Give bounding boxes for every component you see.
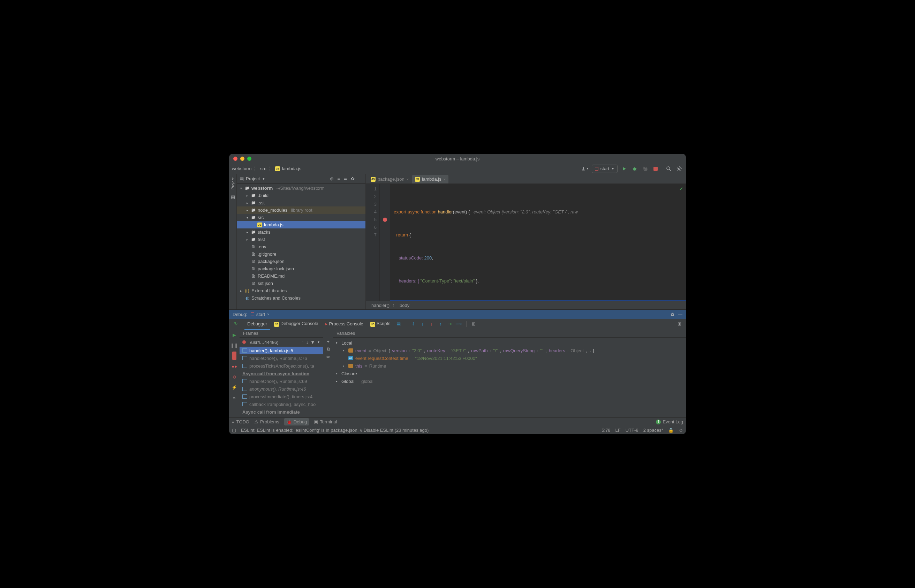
step-out-icon[interactable]: ↑ (437, 320, 445, 328)
frame-row[interactable]: processTicksAndRejections(), ta (240, 362, 323, 370)
indent-setting[interactable]: 2 spaces* (643, 428, 663, 433)
close-icon[interactable] (233, 157, 237, 161)
terminal-tool-button[interactable]: ▣Terminal (314, 419, 337, 425)
debugger-console-tab[interactable]: JSDebugger Console (271, 320, 321, 328)
evaluate-icon[interactable]: ⟿ (455, 320, 463, 328)
chevron-right-icon[interactable]: ▸ (343, 349, 346, 352)
editor-tab[interactable]: JSpackage.json× (368, 175, 412, 183)
chevron-down-icon[interactable]: ▾ (239, 187, 243, 190)
filter-icon[interactable]: ▼ (310, 340, 315, 345)
chevron-right-icon[interactable]: ▸ (336, 380, 339, 383)
run-config-selector[interactable]: start ▼ (592, 165, 618, 173)
process-console-tab[interactable]: ▸Process Console (323, 320, 366, 328)
mute-breakpoints-icon[interactable]: ⊘ (232, 373, 236, 381)
search-icon[interactable] (665, 165, 673, 173)
project-panel-title[interactable]: Project (246, 176, 260, 181)
next-frame-icon[interactable]: ↓ (306, 340, 308, 345)
tree-item[interactable]: 🗎README.md (237, 272, 365, 280)
tree-external-libs[interactable]: ▸ ⫿⫿ External Libraries (237, 287, 365, 294)
tree-root[interactable]: ▾ webstorm ~/Sites/fwang/webstorm (237, 184, 365, 192)
chevron-icon[interactable]: ▸ (245, 201, 249, 205)
add-watch-icon[interactable]: + (327, 339, 329, 344)
locate-icon[interactable]: ⊕ (330, 176, 334, 181)
user-dropdown-icon[interactable]: ▼ (581, 165, 589, 173)
view-breakpoints-icon[interactable]: ●● (232, 362, 237, 370)
frame-row[interactable]: Async call from async function (240, 370, 323, 377)
line-separator[interactable]: LF (615, 428, 621, 433)
resume-icon[interactable]: ▶ (232, 331, 236, 339)
minimize-icon[interactable] (240, 157, 244, 161)
run-button[interactable] (620, 165, 628, 173)
thread-name[interactable]: /usr/l…44486) (250, 340, 300, 345)
event-log-button[interactable]: 1Event Log (656, 419, 683, 425)
layout-icon[interactable]: ▤ (395, 320, 402, 328)
project-tool-button[interactable]: Project (231, 176, 235, 191)
status-icon[interactable]: ▢ (232, 428, 236, 433)
tree-item[interactable]: 🗎package-lock.json (237, 265, 365, 272)
frame-row[interactable]: processImmediate(), timers.js:4 (240, 393, 323, 401)
project-tool-icon[interactable]: ▤ (231, 194, 235, 199)
chevron-icon[interactable]: ▸ (245, 231, 249, 234)
chevron-right-icon[interactable]: ▸ (239, 289, 243, 292)
breakpoint-gutter[interactable] (380, 184, 390, 301)
frame-row[interactable]: handleOnce(), Runtime.js:69 (240, 377, 323, 385)
tree-item[interactable]: 🗎package.json (237, 258, 365, 265)
maximize-icon[interactable] (247, 157, 252, 161)
tree-item[interactable]: ▸stacks (237, 228, 365, 236)
tree-item[interactable]: 🗎.env (237, 243, 365, 250)
tree-item[interactable]: ▸node_moduleslibrary root (237, 207, 365, 214)
debug-config[interactable]: start × (251, 312, 269, 317)
scripts-tab[interactable]: JSScripts (368, 320, 393, 328)
breadcrumb-item[interactable]: src (260, 166, 266, 171)
frame-row[interactable]: handler(), lambda.js:5 (240, 347, 323, 354)
run-to-cursor-icon[interactable]: ⇥ (446, 320, 453, 328)
code-content[interactable]: ✔ export async function handler(event) {… (390, 184, 686, 301)
chevron-icon[interactable]: ▸ (245, 208, 249, 212)
crumb-item[interactable]: handler() (371, 303, 389, 308)
stop-icon[interactable] (232, 352, 236, 360)
tree-item[interactable]: 🗎.gitignore (237, 250, 365, 258)
expand-all-icon[interactable]: ≡ (337, 176, 340, 181)
hide-icon[interactable]: — (358, 176, 363, 181)
frame-row[interactable]: handleOnce(), Runtime.js:76 (240, 354, 323, 362)
tree-item[interactable]: ▾src (237, 214, 365, 221)
hide-icon[interactable]: — (678, 312, 683, 317)
calculator-icon[interactable]: ⊞ (470, 320, 478, 328)
chevron-down-icon[interactable]: ▾ (336, 341, 339, 344)
caret-position[interactable]: 5:78 (602, 428, 610, 433)
chevron-icon[interactable]: ▸ (245, 194, 249, 197)
file-encoding[interactable]: UTF-8 (626, 428, 639, 433)
inspection-ok-icon[interactable]: ✔ (679, 185, 683, 193)
tree-scratches[interactable]: ◐ Scratches and Consoles (237, 294, 365, 302)
debugger-tab[interactable]: Debugger (244, 320, 270, 328)
pause-icon[interactable]: ❚❚ (231, 341, 238, 349)
tree-item[interactable]: JSlambda.js (237, 221, 365, 228)
variables-body[interactable]: ▾ Local ▸ event = Object {version: "2.0"… (333, 338, 686, 417)
copy-icon[interactable]: ⧉ (327, 346, 330, 352)
breadcrumb-item[interactable]: lambda.js (282, 166, 302, 171)
more-icon[interactable]: » (233, 393, 236, 402)
settings-icon[interactable]: ✿ (351, 176, 355, 181)
project-tree[interactable]: ▾ webstorm ~/Sites/fwang/webstorm ▸.buil… (237, 184, 365, 309)
chevron-icon[interactable]: ▾ (245, 216, 249, 220)
tree-item[interactable]: ▸.sst (237, 199, 365, 207)
breakpoint-icon[interactable] (383, 218, 387, 222)
frame-row[interactable]: anonymous(), Runtime.js:46 (240, 385, 323, 393)
tree-item[interactable]: ▸.build (237, 192, 365, 199)
stop-button[interactable] (652, 165, 659, 173)
tree-item[interactable]: ▸test (237, 236, 365, 243)
editor-tab[interactable]: JSlambda.js× (412, 175, 449, 183)
prev-frame-icon[interactable]: ↑ (302, 340, 304, 345)
thread-dump-icon[interactable]: ⚡ (232, 383, 237, 391)
settings-icon[interactable] (675, 165, 683, 173)
frame-row[interactable]: Async call from Immediate (240, 408, 323, 416)
code-editor[interactable]: 1234567 ✔ export async function handler(… (366, 184, 686, 301)
step-into-icon[interactable]: ↓ (419, 320, 426, 328)
chevron-right-icon[interactable]: ▸ (343, 364, 346, 368)
todo-tool-button[interactable]: ≡TODO (232, 419, 249, 425)
debug-tool-button[interactable]: 🐞Debug (284, 418, 309, 425)
close-icon[interactable]: × (444, 177, 445, 181)
collapse-all-icon[interactable]: ≣ (344, 176, 347, 181)
rerun-button[interactable] (641, 165, 649, 173)
status-message[interactable]: ESLint: ESLint is enabled: 'eslintConfig… (241, 428, 429, 433)
